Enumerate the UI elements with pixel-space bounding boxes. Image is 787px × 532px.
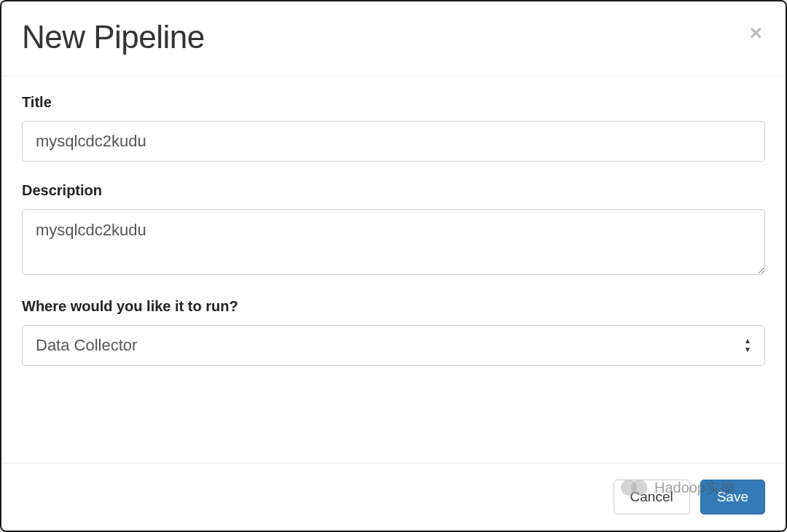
title-input[interactable]	[22, 121, 765, 162]
select-arrows-icon: ▲▼	[731, 337, 764, 353]
save-button[interactable]: Save	[700, 480, 765, 515]
run-group: Where would you like it to run? Data Col…	[22, 298, 765, 366]
modal-body: Title Description mysqlcdc2kudu Where wo…	[1, 77, 786, 463]
cancel-button[interactable]: Cancel	[614, 480, 690, 515]
description-group: Description mysqlcdc2kudu	[22, 182, 765, 278]
description-input[interactable]: mysqlcdc2kudu	[22, 209, 765, 275]
modal-header: New Pipeline ×	[1, 1, 786, 77]
title-group: Title	[22, 94, 765, 162]
title-label: Title	[22, 94, 765, 111]
description-label: Description	[22, 182, 765, 199]
run-label: Where would you like it to run?	[22, 298, 765, 315]
run-select-value: Data Collector	[23, 326, 731, 365]
new-pipeline-modal: New Pipeline × Title Description mysqlcd…	[0, 0, 787, 532]
modal-footer: Cancel Save	[1, 463, 786, 531]
modal-title: New Pipeline	[22, 19, 205, 55]
close-icon[interactable]: ×	[746, 19, 765, 47]
run-select[interactable]: Data Collector ▲▼	[22, 325, 765, 366]
